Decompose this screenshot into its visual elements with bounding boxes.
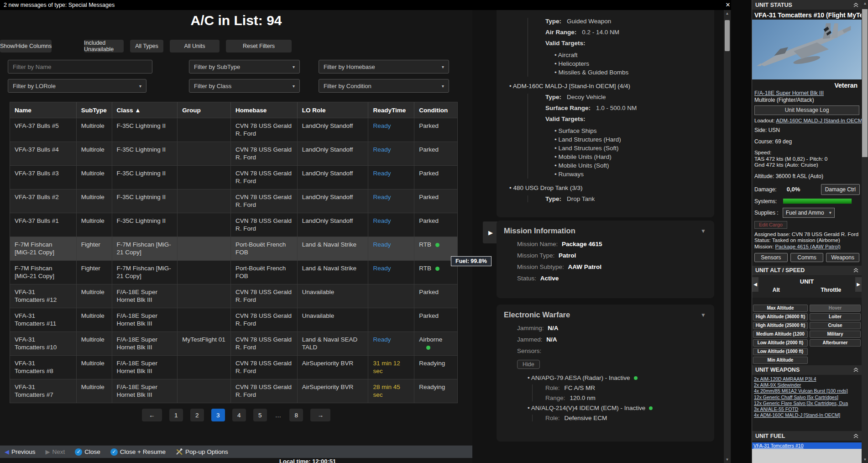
- table-row[interactable]: VFA-31 Tomcatters #7 Multirole F/A-18E S…: [10, 379, 457, 403]
- toolbar-button[interactable]: Included Unavailable: [84, 40, 124, 53]
- page-button[interactable]: 5: [253, 409, 267, 421]
- page-button[interactable]: ←: [142, 409, 162, 421]
- page-button[interactable]: 4: [232, 409, 246, 421]
- loadout-link[interactable]: ADM-160C MALD-J [Stand-In OECM]: [776, 118, 862, 123]
- column-header[interactable]: Name: [10, 102, 77, 118]
- column-header[interactable]: Group: [178, 102, 231, 118]
- column-header[interactable]: Class ▲: [112, 102, 178, 118]
- type-label: Type:: [545, 195, 561, 202]
- collapse-chevrons-icon[interactable]: [853, 268, 858, 273]
- column-header[interactable]: ReadyTime: [368, 102, 414, 118]
- scroll-down-icon[interactable]: ▼: [724, 458, 731, 462]
- collapse-chevrons-icon[interactable]: [853, 3, 858, 7]
- close-resume-button[interactable]: ✓ Close + Resume: [110, 448, 166, 456]
- column-header[interactable]: Condition: [414, 102, 457, 118]
- weapon-link[interactable]: 4x ADM-160C MALD-J [Stand-In OECM]: [754, 412, 840, 418]
- filter-lorole-select[interactable]: Filter by LORole ▾: [8, 79, 146, 93]
- prev-unit-button[interactable]: ◀: [752, 277, 758, 292]
- altitude-button[interactable]: Medium Altitude (1200: [753, 331, 808, 338]
- table-row[interactable]: F-7M Fishcan [MiG-21 Copy] Fighter F-7M …: [10, 237, 457, 260]
- table-row[interactable]: VFA-37 Bulls #5 Multirole F-35C Lightnin…: [10, 118, 457, 142]
- toolbar-button[interactable]: Reset Filters: [226, 40, 292, 53]
- scroll-down-icon[interactable]: ▼: [862, 458, 868, 462]
- altitude-button[interactable]: High Altitude (25000 ft): [753, 322, 808, 329]
- throttle-button[interactable]: Afterburner: [810, 339, 861, 347]
- previous-button[interactable]: ◀ Previous: [5, 448, 36, 455]
- page-button[interactable]: 8: [289, 409, 303, 421]
- throttle-button[interactable]: Military: [810, 331, 861, 338]
- collapse-chevrons-icon[interactable]: [853, 368, 858, 372]
- close-button[interactable]: ✓ Close: [75, 448, 100, 456]
- altitude-button[interactable]: Max Altitude: [753, 305, 808, 312]
- toolbar-button[interactable]: Show/Hide Columns: [0, 40, 52, 53]
- close-icon[interactable]: ✕: [724, 1, 732, 9]
- collapse-icon[interactable]: ▼: [701, 228, 706, 234]
- section-expander-button[interactable]: ▶: [483, 221, 498, 243]
- throttle-button[interactable]: Hover: [810, 305, 861, 312]
- column-header[interactable]: SubType: [77, 102, 112, 118]
- weapon-link[interactable]: 12x Generic Flare Salvo [3x Cartridges, …: [754, 400, 848, 406]
- table-row[interactable]: VFA-37 Bulls #2 Multirole F-35C Lightnin…: [10, 189, 457, 213]
- unit-message-log-button[interactable]: Unit Message Log: [754, 105, 859, 115]
- unit-action-button[interactable]: Sensors: [754, 253, 788, 262]
- info-panel-scrollbar[interactable]: ▲ ▼: [724, 10, 731, 463]
- mission-link[interactable]: Package 4615 (AAW Patrol): [775, 244, 840, 249]
- supplies-select[interactable]: Fuel and Ammo ▾: [783, 208, 835, 218]
- filter-homebase-select[interactable]: Filter by Homebase ▾: [319, 60, 449, 74]
- edit-cargo-button[interactable]: Edit Cargo: [754, 221, 787, 229]
- toolbar-button[interactable]: All Types: [130, 40, 163, 53]
- damage-ctrl-button[interactable]: Damage Ctrl: [821, 184, 860, 195]
- altitude-button[interactable]: Min Altitude: [753, 357, 808, 364]
- weapon-link[interactable]: 2x AIM-9X Sidewinder: [754, 382, 801, 388]
- table-row[interactable]: VFA-31 Tomcatters #11 Multirole F/A-18E …: [10, 308, 457, 331]
- table-row[interactable]: VFA-37 Bulls #3 Multirole F-35C Lightnin…: [10, 165, 457, 189]
- cell-subtype: Multirole: [77, 356, 112, 379]
- tools-icon: [176, 448, 183, 456]
- filter-name-input[interactable]: [8, 60, 152, 74]
- altitude-button[interactable]: Low Altitude (1000 ft): [753, 348, 808, 355]
- filter-class-select[interactable]: Filter by Class ▾: [189, 79, 300, 93]
- page-button[interactable]: …: [274, 409, 282, 421]
- page-button[interactable]: →: [310, 409, 330, 421]
- weapon-link[interactable]: 2x AIM-120D AMRAAM P3I.4: [754, 376, 816, 382]
- cell-subtype: Multirole: [77, 332, 112, 355]
- cell-readytime: [368, 284, 414, 308]
- range-value: 120.0 nm: [570, 395, 596, 401]
- column-header[interactable]: Homebase: [231, 102, 298, 118]
- unit-class-link[interactable]: F/A-18E Super Hornet Blk III: [754, 90, 824, 96]
- weapon-link[interactable]: 3x AN/ALE-55 FOTD: [754, 406, 798, 412]
- weapon-link[interactable]: 12x Generic Chaff Salvo [5x Cartridges]: [754, 395, 838, 400]
- next-unit-button[interactable]: ▶: [855, 277, 862, 292]
- sidebar-scrollbar[interactable]: ▲ ▼: [862, 0, 868, 463]
- altitude-button[interactable]: High Altitude (36000 ft): [753, 313, 808, 321]
- popup-options-button[interactable]: Pop-up Options: [176, 448, 228, 456]
- collapse-chevrons-icon[interactable]: [853, 434, 858, 438]
- next-button[interactable]: ▶ Next: [46, 448, 65, 455]
- unit-action-button[interactable]: Weapons: [826, 253, 859, 262]
- table-row[interactable]: F-7M Fishcan [MiG-21 Copy] Fighter F-7M …: [10, 260, 457, 284]
- scroll-up-icon[interactable]: ▲: [862, 1, 868, 5]
- altitude-button[interactable]: Low Altitude (2000 ft): [753, 339, 808, 347]
- table-row[interactable]: VFA-37 Bulls #4 Multirole F-35C Lightnin…: [10, 142, 457, 165]
- table-row[interactable]: VFA-31 Tomcatters #10 Multirole F/A-18E …: [10, 331, 457, 355]
- scroll-up-icon[interactable]: ▲: [724, 11, 731, 16]
- scrollbar-thumb[interactable]: [862, 9, 868, 157]
- page-button[interactable]: 2: [190, 409, 204, 421]
- filter-condition-select[interactable]: Filter by Condition ▾: [319, 79, 449, 93]
- unit-action-button[interactable]: Comms: [790, 253, 824, 262]
- table-row[interactable]: VFA-37 Bulls #1 Multirole F-35C Lightnin…: [10, 213, 457, 237]
- hide-sensors-button[interactable]: Hide: [517, 360, 540, 369]
- table-row[interactable]: VFA-31 Tomcatters #12 Multirole F/A-18E …: [10, 284, 457, 308]
- collapse-icon[interactable]: ▼: [701, 312, 706, 318]
- column-header[interactable]: LO Role: [298, 102, 369, 118]
- page-button[interactable]: 3: [211, 409, 225, 421]
- table-row[interactable]: VFA-31 Tomcatters #8 Multirole F/A-18E S…: [10, 355, 457, 379]
- throttle-button[interactable]: Loiter: [810, 313, 861, 321]
- scrollbar-thumb[interactable]: [725, 20, 730, 51]
- throttle-button[interactable]: Cruise: [810, 322, 861, 329]
- fuel-selected-unit[interactable]: VFA-31 Tomcatters #10: [752, 442, 862, 449]
- weapon-link[interactable]: 4x 20mm/85 M61A2 Vulcan Burst [100 rnds]: [754, 388, 848, 394]
- filter-subtype-select[interactable]: Filter by SubType ▾: [189, 60, 300, 74]
- page-button[interactable]: 1: [169, 409, 183, 421]
- toolbar-button[interactable]: All Units: [170, 40, 220, 53]
